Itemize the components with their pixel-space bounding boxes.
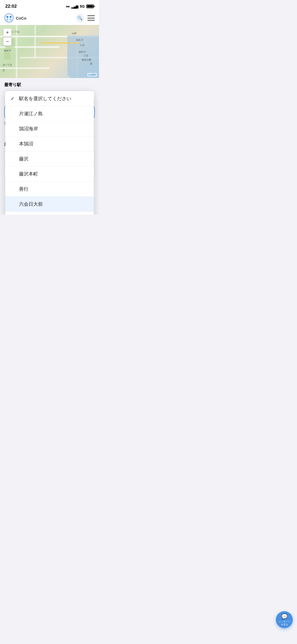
dropdown-item-hondakugenuma[interactable]: ✓ 本鵠沼 xyxy=(5,136,94,151)
svg-point-1 xyxy=(6,16,8,18)
dropdown-header-item[interactable]: ✓ 駅名を選択してください xyxy=(5,91,94,106)
map-label: 海浜公園 xyxy=(82,58,91,62)
svg-point-2 xyxy=(10,16,12,18)
status-time: 22:02 xyxy=(5,4,17,9)
bed-icon: 🛏 xyxy=(66,4,70,8)
leaflet-badge: Leaflet xyxy=(87,73,97,76)
map-label: 極楽寺 xyxy=(4,49,11,52)
dropdown-item-zengyou[interactable]: ✓ 善行 xyxy=(5,182,94,197)
map-background: 極楽寺二丁目 極楽寺 寺一丁目 目 山緑 由比ガ ケ浜 由比ガ 丁目 海浜公園 … xyxy=(0,25,99,78)
battery-fill xyxy=(87,5,93,7)
svg-point-3 xyxy=(6,19,8,21)
battery-icon xyxy=(86,4,94,8)
map-road xyxy=(0,67,50,69)
menu-line-1 xyxy=(87,15,95,16)
search-button[interactable]: 🔍 xyxy=(76,14,84,22)
map-label: 寺一丁目 xyxy=(3,63,12,67)
map-park xyxy=(4,52,11,59)
zoom-in-button[interactable]: + xyxy=(3,28,12,37)
check-icon: ✓ xyxy=(11,96,16,102)
map-yellow-road xyxy=(40,42,79,44)
map-label: 前 xyxy=(90,62,92,66)
map-area: 極楽寺二丁目 極楽寺 寺一丁目 目 山緑 由比ガ ケ浜 由比ガ 丁目 海浜公園 … xyxy=(0,25,99,78)
app-logo: CoCo xyxy=(4,13,26,23)
dropdown-item-fujisawa[interactable]: ✓ 藤沢 xyxy=(5,151,94,167)
map-water xyxy=(67,36,99,78)
nearest-station-label: 最寄り駅 xyxy=(4,82,95,88)
dropdown-item-katase[interactable]: ✓ 片瀬江ノ島 xyxy=(5,106,94,121)
logo-text: CoCo xyxy=(16,16,26,20)
dropdown-item-mutsuaidaimae[interactable]: ✓ 六会日大前 xyxy=(5,197,94,212)
menu-button[interactable] xyxy=(87,15,95,21)
logo-svg xyxy=(4,13,14,23)
svg-point-0 xyxy=(5,14,13,22)
signal-bars: ▂▄▆ xyxy=(71,4,78,8)
5g-label: 5G xyxy=(80,4,85,8)
map-label: 由比ガ xyxy=(79,50,86,54)
search-icon: 🔍 xyxy=(77,16,83,21)
dropdown-item-kugenumakaigan[interactable]: ✓ 鵠沼海岸 xyxy=(5,121,94,136)
dropdown-item-fujisawahoncho[interactable]: ✓ 藤沢本町 xyxy=(5,167,94,182)
map-label: 山緑 xyxy=(72,32,77,35)
station-dropdown: ✓ 駅名を選択してください ✓ 片瀬江ノ島 ✓ 鵠沼海岸 ✓ 本鵠沼 ✓ 藤沢 … xyxy=(5,91,94,215)
map-label: 目 xyxy=(3,69,5,72)
status-bar: 22:02 🛏 ▂▄▆ 5G xyxy=(0,0,99,11)
dropdown-header-text: 駅名を選択してください xyxy=(19,95,88,102)
dropdown-item-shonandai[interactable]: ✓ 湘南台 xyxy=(5,212,94,215)
status-icons: 🛏 ▂▄▆ 5G xyxy=(66,4,94,8)
map-label: 由比ガ xyxy=(76,38,83,42)
map-road xyxy=(34,25,36,57)
svg-point-4 xyxy=(10,19,12,21)
menu-line-2 xyxy=(87,18,95,19)
map-controls: + − xyxy=(3,28,12,46)
map-label: ケ浜 xyxy=(80,44,84,47)
map-label: 丁目 xyxy=(84,54,88,58)
app-header: CoCo 🔍 xyxy=(0,11,99,25)
zoom-out-button[interactable]: − xyxy=(3,37,12,46)
menu-line-3 xyxy=(87,20,95,21)
main-content: 最寄り駅 江ノ ▼ 駅名 ▼ 徒歩 最寄り駅２ 路線を選択してください 駅名を選… xyxy=(0,78,99,184)
